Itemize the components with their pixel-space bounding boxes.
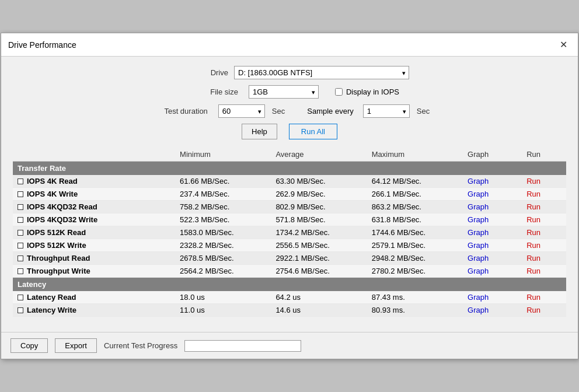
- display-iops-label: Display in IOPS: [346, 88, 399, 96]
- row-run-cell: Run: [522, 175, 566, 188]
- run-link[interactable]: Run: [526, 215, 540, 224]
- table-row: Latency Write11.0 us14.6 us80.93 ms.Grap…: [13, 304, 566, 317]
- close-button[interactable]: ✕: [556, 38, 571, 51]
- action-buttons-row: Help Run All: [13, 124, 566, 139]
- run-all-button[interactable]: Run All: [289, 124, 337, 139]
- row-label-text: IOPS 512K Write: [27, 241, 86, 250]
- filesize-select[interactable]: 1GB: [249, 85, 319, 99]
- sample-sec-label: Sec: [417, 107, 430, 116]
- row-min-value: 2564.2 MB/Sec.: [175, 265, 271, 278]
- row-graph-cell: Graph: [463, 188, 522, 201]
- row-min-value: 2328.2 MB/Sec.: [175, 239, 271, 252]
- content-area: Drive D: [1863.00GB NTFS] File size 1GB …: [1, 57, 578, 326]
- row-graph-cell: Graph: [463, 175, 522, 188]
- graph-link[interactable]: Graph: [468, 254, 489, 262]
- graph-link[interactable]: Graph: [468, 228, 489, 237]
- row-run-cell: Run: [522, 214, 566, 226]
- row-indicator-icon: [18, 217, 23, 223]
- row-name-cell: IOPS 4KQD32 Read: [13, 201, 175, 214]
- row-avg-value: 2556.5 MB/Sec.: [271, 239, 367, 252]
- run-link[interactable]: Run: [526, 202, 540, 211]
- row-name-cell: IOPS 4K Write: [13, 188, 175, 201]
- export-button[interactable]: Export: [55, 338, 97, 353]
- main-window: Drive Performance ✕ Drive D: [1863.00GB …: [1, 33, 578, 359]
- drive-select[interactable]: D: [1863.00GB NTFS]: [234, 66, 409, 79]
- col-header-min: Minimum: [175, 148, 271, 162]
- row-indicator-icon: [18, 178, 23, 184]
- row-label-text: IOPS 4KQD32 Write: [27, 215, 97, 224]
- row-max-value: 87.43 ms.: [367, 291, 463, 304]
- row-avg-value: 14.6 us: [271, 304, 367, 317]
- section-header-0: Transfer Rate: [13, 162, 566, 176]
- section-header-1: Latency: [13, 278, 566, 292]
- row-label-text: IOPS 512K Read: [27, 228, 86, 237]
- graph-link[interactable]: Graph: [468, 215, 489, 224]
- sample-select[interactable]: 1: [363, 104, 410, 118]
- duration-select-wrapper: 60: [218, 104, 265, 118]
- copy-button[interactable]: Copy: [11, 338, 48, 353]
- row-graph-cell: Graph: [463, 252, 522, 265]
- row-label-text: IOPS 4K Read: [27, 177, 78, 186]
- run-link[interactable]: Run: [526, 254, 540, 262]
- row-max-value: 631.8 MB/Sec.: [367, 214, 463, 226]
- row-name-cell: IOPS 512K Write: [13, 239, 175, 252]
- row-min-value: 18.0 us: [175, 291, 271, 304]
- run-link[interactable]: Run: [526, 293, 540, 302]
- display-iops-checkbox[interactable]: [335, 88, 343, 96]
- row-name-cell: Throughput Read: [13, 252, 175, 265]
- row-avg-value: 802.9 MB/Sec.: [271, 201, 367, 214]
- row-max-value: 2579.1 MB/Sec.: [367, 239, 463, 252]
- row-name-cell: Latency Read: [13, 291, 175, 304]
- duration-sec-label: Sec: [272, 107, 285, 116]
- col-header-name: [13, 148, 175, 162]
- row-min-value: 2678.5 MB/Sec.: [175, 252, 271, 265]
- row-run-cell: Run: [522, 265, 566, 278]
- table-row: Latency Read18.0 us64.2 us87.43 ms.Graph…: [13, 291, 566, 304]
- row-label-text: Latency Read: [27, 293, 76, 302]
- row-avg-value: 1734.2 MB/Sec.: [271, 226, 367, 239]
- graph-link[interactable]: Graph: [468, 293, 489, 302]
- window-title: Drive Performance: [8, 40, 76, 50]
- duration-label: Test duration: [149, 107, 208, 116]
- run-link[interactable]: Run: [526, 267, 540, 275]
- row-min-value: 1583.0 MB/Sec.: [175, 226, 271, 239]
- filesize-select-wrapper: 1GB: [249, 85, 319, 99]
- run-link[interactable]: Run: [526, 228, 540, 237]
- row-name-cell: IOPS 4K Read: [13, 175, 175, 188]
- run-link[interactable]: Run: [526, 306, 540, 314]
- duration-select[interactable]: 60: [218, 104, 265, 118]
- run-link[interactable]: Run: [526, 177, 540, 186]
- row-max-value: 266.1 MB/Sec.: [367, 188, 463, 201]
- drive-select-wrapper: D: [1863.00GB NTFS]: [234, 66, 409, 79]
- graph-link[interactable]: Graph: [468, 177, 489, 186]
- row-graph-cell: Graph: [463, 291, 522, 304]
- graph-link[interactable]: Graph: [468, 202, 489, 211]
- graph-link[interactable]: Graph: [468, 241, 489, 250]
- row-avg-value: 262.9 MB/Sec.: [271, 188, 367, 201]
- help-button[interactable]: Help: [242, 124, 277, 139]
- drive-row: Drive D: [1863.00GB NTFS]: [13, 66, 566, 79]
- row-indicator-icon: [18, 243, 23, 249]
- row-graph-cell: Graph: [463, 214, 522, 226]
- graph-link[interactable]: Graph: [468, 306, 489, 314]
- row-min-value: 758.2 MB/Sec.: [175, 201, 271, 214]
- row-run-cell: Run: [522, 239, 566, 252]
- run-link[interactable]: Run: [526, 241, 540, 250]
- table-row: Throughput Write2564.2 MB/Sec.2754.6 MB/…: [13, 265, 566, 278]
- iops-checkbox-row: Display in IOPS: [335, 88, 399, 96]
- row-min-value: 237.4 MB/Sec.: [175, 188, 271, 201]
- graph-link[interactable]: Graph: [468, 267, 489, 275]
- row-graph-cell: Graph: [463, 201, 522, 214]
- run-link[interactable]: Run: [526, 190, 540, 198]
- row-max-value: 1744.6 MB/Sec.: [367, 226, 463, 239]
- graph-link[interactable]: Graph: [468, 190, 489, 198]
- row-run-cell: Run: [522, 252, 566, 265]
- row-min-value: 522.3 MB/Sec.: [175, 214, 271, 226]
- col-header-graph: Graph: [463, 148, 522, 162]
- duration-row: Test duration 60 Sec Sample every 1 Sec: [13, 104, 566, 118]
- row-label-text: IOPS 4K Write: [27, 190, 78, 198]
- row-graph-cell: Graph: [463, 226, 522, 239]
- row-run-cell: Run: [522, 291, 566, 304]
- table-row: IOPS 4KQD32 Read758.2 MB/Sec.802.9 MB/Se…: [13, 201, 566, 214]
- title-bar: Drive Performance ✕: [1, 33, 578, 57]
